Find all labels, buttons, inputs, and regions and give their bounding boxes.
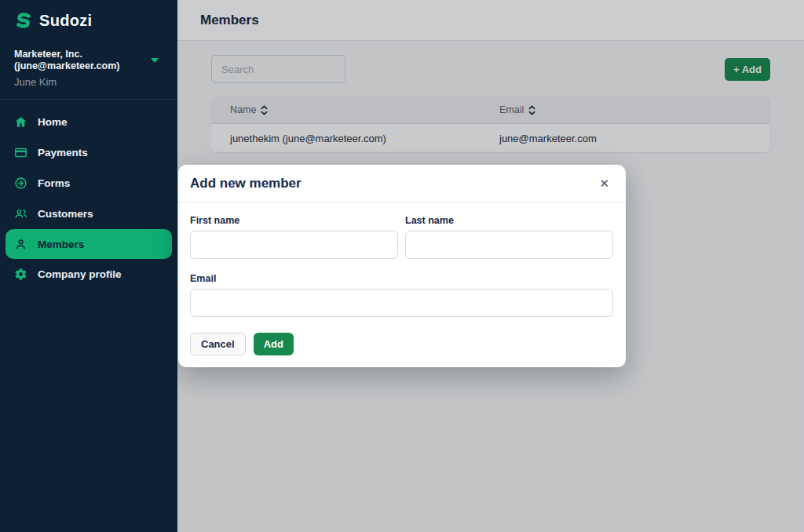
add-button[interactable]: Add bbox=[254, 333, 294, 355]
last-name-field[interactable] bbox=[405, 231, 613, 259]
org-name: Marketeer, Inc. bbox=[14, 49, 163, 60]
current-user-name: June Kim bbox=[0, 72, 177, 100]
brand-name: Sudozi bbox=[39, 12, 92, 30]
home-icon bbox=[14, 115, 27, 129]
sidebar-item-forms[interactable]: Forms bbox=[0, 168, 177, 199]
sidebar-item-label: Home bbox=[38, 116, 68, 128]
sidebar: Sudozi Marketeer, Inc. (june@marketeer.c… bbox=[0, 0, 177, 532]
sudozi-s-icon bbox=[14, 11, 33, 30]
person-icon bbox=[14, 238, 27, 251]
credit-card-icon bbox=[14, 146, 27, 159]
modal-title: Add new member bbox=[190, 176, 302, 191]
close-icon[interactable]: ✕ bbox=[599, 177, 609, 189]
modal-actions: Cancel Add bbox=[190, 333, 613, 355]
modal-header: Add new member ✕ bbox=[178, 165, 626, 202]
cancel-button[interactable]: Cancel bbox=[190, 333, 246, 355]
org-switcher[interactable]: Marketeer, Inc. (june@marketeer.com) bbox=[0, 30, 177, 72]
people-icon bbox=[14, 207, 27, 220]
sidebar-item-customers[interactable]: Customers bbox=[0, 199, 177, 229]
chevron-down-icon[interactable] bbox=[151, 58, 159, 63]
add-member-modal: Add new member ✕ First name Last name Em… bbox=[178, 165, 626, 367]
gear-icon bbox=[14, 268, 27, 281]
sidebar-item-home[interactable]: Home bbox=[0, 107, 177, 137]
sidebar-item-members[interactable]: Members bbox=[5, 229, 172, 259]
first-name-label: First name bbox=[190, 215, 398, 226]
sidebar-item-label: Payments bbox=[38, 147, 88, 159]
sidebar-item-label: Customers bbox=[38, 208, 93, 220]
email-label: Email bbox=[190, 273, 613, 284]
org-email: (june@marketeer.com) bbox=[14, 60, 163, 72]
sidebar-item-label: Company profile bbox=[38, 268, 122, 280]
sidebar-item-company-profile[interactable]: Company profile bbox=[0, 259, 177, 290]
sidebar-item-label: Forms bbox=[38, 177, 70, 189]
sidebar-item-payments[interactable]: Payments bbox=[0, 137, 177, 168]
sidebar-nav: Home Payments Forms Customers Members bbox=[0, 100, 177, 290]
arrow-circle-icon bbox=[14, 177, 27, 190]
sidebar-item-label: Members bbox=[38, 239, 84, 250]
modal-body: First name Last name Email Cancel Add bbox=[178, 202, 626, 367]
email-field[interactable] bbox=[190, 289, 613, 317]
brand-logo[interactable]: Sudozi bbox=[0, 0, 177, 30]
last-name-label: Last name bbox=[405, 215, 613, 226]
first-name-field[interactable] bbox=[190, 231, 398, 259]
